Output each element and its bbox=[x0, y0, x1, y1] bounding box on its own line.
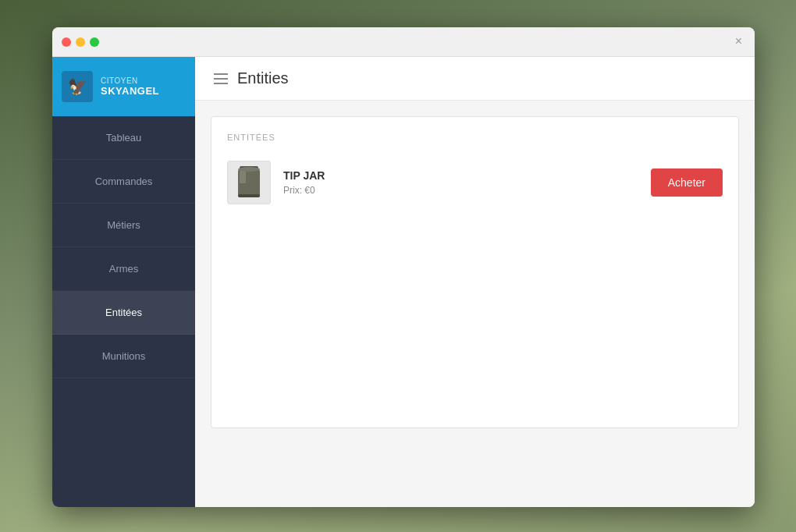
sidebar: 🦅 CITOYEN SKYANGEL Tableau Commandes Mét… bbox=[52, 57, 195, 507]
item-name: TIP JAR bbox=[283, 169, 638, 182]
buy-button[interactable]: Acheter bbox=[651, 168, 723, 197]
hamburger-line-3 bbox=[214, 83, 228, 84]
avatar-icon: 🦅 bbox=[68, 77, 87, 96]
maximize-dot[interactable] bbox=[90, 37, 99, 47]
main-header: Entities bbox=[195, 57, 755, 101]
main-content: Entities ENTITÉES bbox=[195, 57, 755, 507]
svg-rect-2 bbox=[240, 171, 246, 183]
avatar: 🦅 bbox=[62, 71, 93, 102]
section-label: ENTITÉES bbox=[227, 133, 723, 142]
sidebar-item-entitees[interactable]: Entitées bbox=[52, 291, 195, 335]
item-price: Prix: €0 bbox=[283, 185, 638, 196]
sidebar-item-armes[interactable]: Armes bbox=[52, 247, 195, 291]
close-dot[interactable] bbox=[62, 37, 71, 47]
user-profile: 🦅 CITOYEN SKYANGEL bbox=[52, 57, 195, 116]
page-title: Entities bbox=[237, 69, 289, 87]
titlebar: × bbox=[52, 27, 755, 57]
user-name: SKYANGEL bbox=[101, 85, 159, 97]
jar-svg-icon bbox=[235, 165, 263, 200]
content-panel: ENTITÉES bbox=[195, 101, 755, 507]
hamburger-line-1 bbox=[214, 73, 228, 75]
main-window: × 🦅 CITOYEN SKYANGEL Tableau Commandes M… bbox=[52, 27, 755, 507]
sidebar-item-commandes[interactable]: Commandes bbox=[52, 160, 195, 204]
close-button[interactable]: × bbox=[732, 35, 745, 48]
item-info: TIP JAR Prix: €0 bbox=[283, 169, 638, 196]
window-body: 🦅 CITOYEN SKYANGEL Tableau Commandes Mét… bbox=[52, 57, 755, 507]
sidebar-item-metiers[interactable]: Métiers bbox=[52, 204, 195, 247]
minimize-dot[interactable] bbox=[76, 37, 85, 47]
sidebar-item-tableau[interactable]: Tableau bbox=[52, 116, 195, 160]
panel-box: ENTITÉES bbox=[211, 116, 739, 428]
sidebar-item-munitions[interactable]: Munitions bbox=[52, 335, 195, 378]
hamburger-line-2 bbox=[214, 78, 228, 80]
hamburger-icon[interactable] bbox=[214, 73, 228, 84]
user-info: CITOYEN SKYANGEL bbox=[101, 76, 159, 97]
table-row: TIP JAR Prix: €0 Acheter bbox=[227, 154, 723, 211]
window-controls bbox=[62, 37, 99, 47]
user-label: CITOYEN bbox=[101, 76, 159, 85]
item-image bbox=[227, 161, 271, 204]
svg-point-4 bbox=[238, 167, 260, 172]
svg-rect-3 bbox=[238, 194, 260, 197]
